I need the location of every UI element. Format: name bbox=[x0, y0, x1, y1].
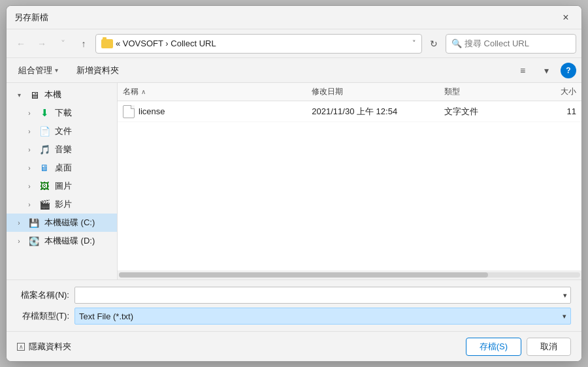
sidebar-item-download[interactable]: › ⬇ 下載 bbox=[7, 104, 117, 122]
scrollbar-thumb[interactable] bbox=[119, 272, 488, 278]
col-date[interactable]: 修改日期 bbox=[306, 86, 438, 97]
sidebar-item-music[interactable]: › 🎵 音樂 bbox=[7, 140, 117, 159]
sidebar-label-desktop: 桌面 bbox=[55, 162, 72, 174]
search-input[interactable] bbox=[465, 39, 574, 48]
sidebar-label-hdd-d: 本機磁碟 (D:) bbox=[44, 235, 95, 247]
filetype-value: Text File (*.txt) bbox=[79, 311, 133, 321]
music-icon: 🎵 bbox=[38, 144, 51, 155]
sidebar-item-video[interactable]: › 🎬 影片 bbox=[7, 195, 117, 214]
sidebar-item-hdd-c[interactable]: › 💾 本機磁碟 (C:) bbox=[7, 214, 117, 232]
sidebar-item-hdd-d[interactable]: › 💽 本機磁碟 (D:) bbox=[7, 232, 117, 250]
back-button[interactable]: ← bbox=[12, 35, 30, 53]
view-dropdown-icon: ▾ bbox=[544, 65, 549, 76]
desktop-icon: 🖥 bbox=[38, 163, 51, 173]
sidebar-label-pc: 本機 bbox=[44, 89, 61, 101]
file-name: license bbox=[139, 106, 165, 116]
file-cell-type: 文字文件 bbox=[439, 106, 531, 118]
search-icon: 🔍 bbox=[451, 39, 462, 48]
filetype-dropdown-icon: ▾ bbox=[563, 312, 566, 321]
table-row[interactable]: license 2021/11/30 上午 12:54 文字文件 11 bbox=[118, 101, 581, 122]
download-icon: ⬇ bbox=[38, 108, 51, 118]
folder-icon bbox=[101, 39, 113, 48]
bottom-buttons: 存檔(S) 取消 bbox=[466, 338, 571, 356]
sidebar-item-pc[interactable]: ▾ 🖥 本機 bbox=[7, 86, 117, 104]
sidebar-label-photos: 圖片 bbox=[55, 180, 72, 192]
manage-label: 組合管理 bbox=[18, 65, 52, 76]
hidden-folders-toggle[interactable]: ∧ 隱藏資料夾 bbox=[17, 341, 71, 353]
col-name-label: 名稱 bbox=[123, 86, 139, 97]
expand-icon-pc: ▾ bbox=[14, 90, 24, 99]
main-content: ▾ 🖥 本機 › ⬇ 下載 › 📄 文件 › 🎵 音樂 › 🖥 bbox=[7, 83, 581, 279]
hidden-folders-label: 隱藏資料夾 bbox=[29, 341, 71, 353]
sidebar-item-doc[interactable]: › 📄 文件 bbox=[7, 122, 117, 140]
filename-input[interactable] bbox=[74, 287, 571, 304]
manage-button[interactable]: 組合管理 ▾ bbox=[12, 62, 65, 79]
dropdown-button[interactable]: ˅ bbox=[54, 35, 72, 53]
pc-icon: 🖥 bbox=[27, 89, 41, 100]
horizontal-scrollbar[interactable] bbox=[118, 270, 581, 279]
save-dialog: 另存新檔 × ← → ˅ ↑ « VOVSOFT › Collect URL ˅… bbox=[6, 5, 582, 362]
cancel-button[interactable]: 取消 bbox=[527, 338, 571, 356]
close-button[interactable]: × bbox=[558, 10, 574, 25]
hdd-c-icon: 💾 bbox=[27, 217, 41, 228]
dialog-title: 另存新檔 bbox=[14, 12, 558, 24]
sidebar-label-doc: 文件 bbox=[55, 125, 72, 137]
breadcrumb-bar[interactable]: « VOVSOFT › Collect URL ˅ bbox=[95, 34, 422, 54]
view-icon: ≡ bbox=[520, 65, 525, 76]
file-cell-date: 2021/11/30 上午 12:54 bbox=[306, 106, 438, 118]
toggle-icon: ∧ bbox=[17, 343, 25, 351]
sidebar-label-hdd-c: 本機磁碟 (C:) bbox=[44, 217, 95, 229]
file-list: license 2021/11/30 上午 12:54 文字文件 11 bbox=[118, 101, 581, 270]
search-bar[interactable]: 🔍 bbox=[446, 34, 576, 54]
file-cell-size: 11 bbox=[531, 106, 581, 116]
expand-icon-photos: › bbox=[25, 182, 34, 191]
filetype-label: 存檔類型(T): bbox=[17, 310, 69, 322]
help-icon: ? bbox=[566, 66, 570, 75]
file-area: 名稱 ∧ 修改日期 類型 大小 license bbox=[118, 83, 581, 279]
expand-icon-hdd-d: › bbox=[14, 236, 24, 246]
save-button[interactable]: 存檔(S) bbox=[466, 338, 521, 356]
sidebar-label-music: 音樂 bbox=[55, 144, 72, 155]
view-button[interactable]: ≡ bbox=[514, 62, 532, 79]
toggle-chevron: ∧ bbox=[19, 343, 24, 350]
refresh-button[interactable]: ↻ bbox=[425, 35, 443, 53]
new-folder-label: 新增資料夾 bbox=[76, 65, 119, 76]
filename-dropdown-icon: ▾ bbox=[563, 291, 567, 300]
col-size-label: 大小 bbox=[561, 87, 576, 96]
expand-icon-hdd-c: › bbox=[14, 218, 24, 227]
expand-icon-doc: › bbox=[25, 127, 34, 136]
scrollbar-track bbox=[119, 272, 580, 278]
up-button[interactable]: ↑ bbox=[74, 35, 93, 53]
filetype-select[interactable]: Text File (*.txt) ▾ bbox=[74, 308, 571, 325]
manage-chevron: ▾ bbox=[55, 67, 58, 74]
sidebar: ▾ 🖥 本機 › ⬇ 下載 › 📄 文件 › 🎵 音樂 › 🖥 bbox=[7, 83, 118, 279]
view-dropdown-button[interactable]: ▾ bbox=[537, 62, 555, 79]
filename-row: 檔案名稱(N): ▾ bbox=[17, 287, 571, 304]
filename-label: 檔案名稱(N): bbox=[17, 289, 69, 301]
sidebar-label-download: 下載 bbox=[55, 107, 72, 119]
save-label: 存檔(S) bbox=[480, 341, 508, 353]
col-size[interactable]: 大小 bbox=[531, 86, 581, 97]
file-date: 2021/11/30 上午 12:54 bbox=[312, 106, 397, 116]
video-icon: 🎬 bbox=[38, 199, 51, 210]
sidebar-item-photos[interactable]: › 🖼 圖片 bbox=[7, 177, 117, 195]
expand-icon-download: › bbox=[25, 108, 34, 118]
breadcrumb-text: « VOVSOFT › Collect URL bbox=[116, 39, 410, 48]
file-txt-icon bbox=[123, 105, 135, 118]
photos-icon: 🖼 bbox=[38, 181, 51, 191]
file-size: 11 bbox=[567, 106, 576, 116]
expand-icon-music: › bbox=[25, 145, 34, 154]
col-type[interactable]: 類型 bbox=[439, 86, 531, 97]
col-name[interactable]: 名稱 ∧ bbox=[118, 86, 306, 97]
breadcrumb-chevron: ˅ bbox=[412, 39, 416, 48]
doc-icon: 📄 bbox=[38, 126, 51, 136]
help-button[interactable]: ? bbox=[561, 63, 576, 78]
nav-bar: ← → ˅ ↑ « VOVSOFT › Collect URL ˅ ↻ 🔍 bbox=[7, 29, 581, 58]
sidebar-label-video: 影片 bbox=[55, 199, 72, 210]
title-bar: 另存新檔 × bbox=[7, 6, 581, 29]
file-list-header: 名稱 ∧ 修改日期 類型 大小 bbox=[118, 83, 581, 101]
col-type-label: 類型 bbox=[444, 87, 460, 96]
forward-button[interactable]: → bbox=[33, 35, 51, 53]
new-folder-button[interactable]: 新增資料夾 bbox=[70, 62, 125, 79]
sidebar-item-desktop[interactable]: › 🖥 桌面 bbox=[7, 159, 117, 177]
